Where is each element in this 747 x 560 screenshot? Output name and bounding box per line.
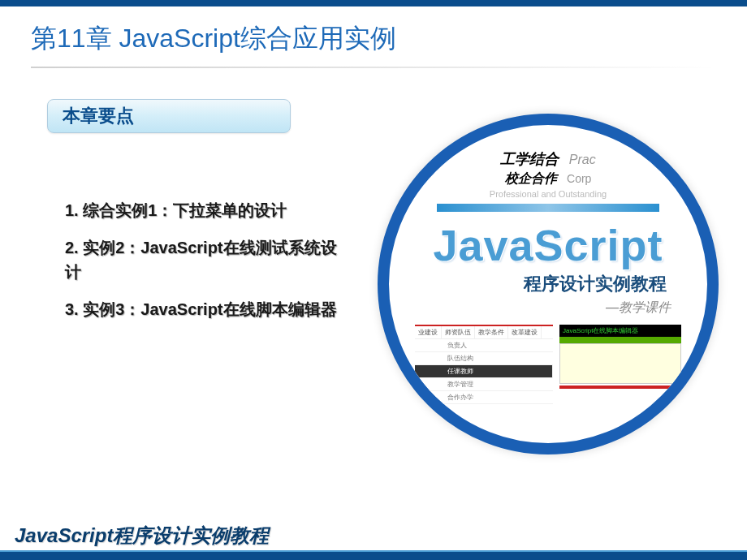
circle-subtitle: 程序设计实例教程 xyxy=(389,272,707,296)
key-points-list: 1. 综合实例1：下拉菜单的设计 2. 实例2：JavaScript在线测试系统… xyxy=(65,198,341,321)
footer: JavaScript程序设计实例教程 xyxy=(0,523,747,560)
tab-cell: 改革建设 xyxy=(508,326,542,338)
footer-text: JavaScript程序设计实例教程 xyxy=(0,523,747,550)
mini-editor-header: JavaScript在线脚本编辑器 xyxy=(559,325,681,337)
tab-cell: 师资队伍 xyxy=(442,326,475,338)
circle-line2-en: Corp xyxy=(567,172,591,185)
subrow: 队伍结构 xyxy=(415,352,553,365)
circle-subtitle2: —教学课件 xyxy=(389,299,707,317)
mini-editor-body xyxy=(559,343,681,384)
circle-line1-cn: 工学结合 xyxy=(500,149,559,169)
mini-editor-footer xyxy=(559,386,681,389)
subrow: 负责人 xyxy=(415,339,553,352)
mini-editor-toolbar xyxy=(559,337,681,343)
footer-bar xyxy=(0,550,747,560)
section-badge: 本章要点 xyxy=(47,99,291,133)
blue-stripe xyxy=(437,204,659,212)
subrow-active: 任课教师 xyxy=(415,365,553,378)
circle-heading: 工学结合 Prac 校企合作 Corp Professional and Out… xyxy=(389,125,707,199)
illustration-inner: 工学结合 Prac 校企合作 Corp Professional and Out… xyxy=(389,125,707,443)
circle-line1-en: Prac xyxy=(569,153,596,166)
key-point-1: 1. 综合实例1：下拉菜单的设计 xyxy=(65,198,341,222)
circle-line3: Professional and Outstanding xyxy=(389,189,707,199)
illustration-circle: 工学结合 Prac 校企合作 Corp Professional and Out… xyxy=(378,114,719,454)
section-badge-text: 本章要点 xyxy=(63,104,134,128)
tab-cell: 教学条件 xyxy=(475,326,508,338)
mini-dropdown-menu: 业建设 师资队伍 教学条件 改革建设 负责人 队伍结构 任课教师 教学管理 合作… xyxy=(415,325,553,404)
mini-screenshots: 业建设 师资队伍 教学条件 改革建设 负责人 队伍结构 任课教师 教学管理 合作… xyxy=(389,325,707,404)
title-underline xyxy=(31,67,716,68)
key-point-2: 2. 实例2：JavaScript在线测试系统设计 xyxy=(65,235,341,284)
top-accent-bar xyxy=(0,0,747,6)
chapter-title: 第11章 JavaScript综合应用实例 xyxy=(0,6,747,57)
mini-editor: JavaScript在线脚本编辑器 xyxy=(559,325,681,404)
key-point-3: 3. 实例3：JavaScript在线脚本编辑器 xyxy=(65,297,341,321)
javascript-logo-text: JavaScript xyxy=(389,220,707,270)
subrow: 合作办学 xyxy=(415,391,553,404)
subrow: 教学管理 xyxy=(415,378,553,391)
tab-cell: 业建设 xyxy=(415,326,442,338)
circle-line2-cn: 校企合作 xyxy=(505,170,557,187)
